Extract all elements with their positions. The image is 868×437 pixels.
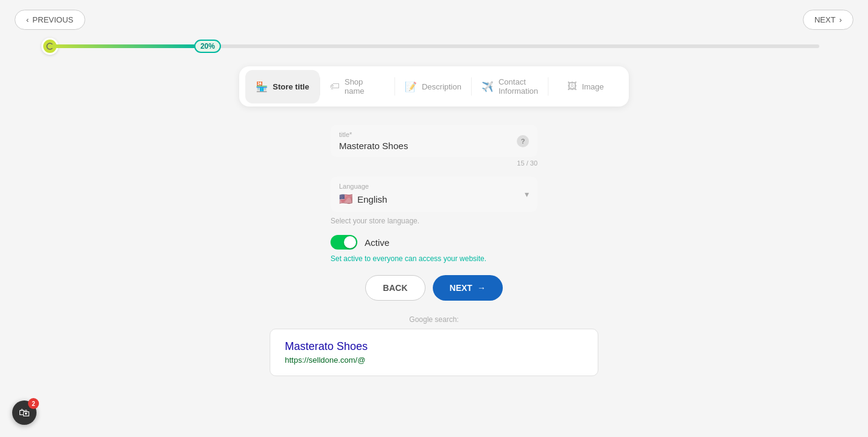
- cart-count: 2: [28, 398, 39, 409]
- prev-arrow-icon: ‹: [26, 15, 29, 24]
- contact-info-icon: ✈️: [481, 81, 494, 93]
- char-count: 15 / 30: [331, 159, 537, 167]
- google-preview-card: Masterato Shoes https://selldone.com/@: [270, 329, 598, 376]
- google-preview-title: Masterato Shoes: [285, 340, 583, 353]
- next-label-top: NEXT: [814, 15, 836, 24]
- form-section: title* ? 15 / 30 Language 🇺🇸 English ▾ S…: [0, 119, 868, 382]
- next-arrow-icon-top: ›: [839, 15, 842, 24]
- step-shop-name-label: Shop name: [345, 77, 385, 96]
- toggle-label: Active: [365, 237, 390, 248]
- language-field-group: Language 🇺🇸 English ▾ Select your store …: [331, 177, 537, 225]
- title-help-icon[interactable]: ?: [517, 135, 529, 147]
- previous-button[interactable]: ‹ PREVIOUS: [15, 10, 85, 30]
- progress-track: [49, 44, 819, 48]
- google-preview-section: Google search: Masterato Shoes https://s…: [270, 315, 598, 376]
- language-label: Language: [339, 183, 529, 190]
- title-input[interactable]: [339, 141, 529, 151]
- title-field-wrapper: title* ?: [331, 125, 537, 157]
- google-search-label: Google search:: [409, 315, 458, 324]
- language-hint: Select your store language.: [331, 217, 537, 225]
- cart-icon: 🛍: [19, 407, 30, 419]
- active-toggle[interactable]: [331, 235, 357, 250]
- image-icon: 🖼: [567, 81, 577, 92]
- store-title-icon: 🏪: [256, 81, 268, 93]
- progress-section: 20%: [0, 40, 868, 60]
- previous-label: PREVIOUS: [32, 15, 73, 24]
- step-description-label: Description: [422, 82, 461, 91]
- select-arrow-icon: ▾: [525, 189, 529, 199]
- next-button-label: NEXT: [450, 283, 472, 293]
- description-icon: 📝: [405, 81, 417, 93]
- language-value-text: English: [357, 194, 387, 205]
- step-image[interactable]: 🖼 Image: [548, 70, 623, 103]
- progress-label: 20%: [194, 40, 221, 53]
- steps-container: 🏪 Store title 🏷 Shop name 📝 Description …: [49, 66, 819, 107]
- step-contact-info-label: Contact Information: [499, 77, 538, 96]
- step-contact-info[interactable]: ✈️ Contact Information: [472, 66, 548, 107]
- language-flag: 🇺🇸: [339, 192, 352, 206]
- button-row: BACK NEXT →: [331, 275, 537, 301]
- progress-bar-container: 20%: [49, 44, 819, 48]
- shop-name-icon: 🏷: [330, 81, 340, 92]
- next-arrow-icon: →: [477, 283, 486, 293]
- step-store-title[interactable]: 🏪 Store title: [245, 70, 320, 103]
- language-value-row: 🇺🇸 English: [339, 192, 529, 206]
- top-navigation: ‹ PREVIOUS NEXT ›: [0, 0, 868, 40]
- next-button[interactable]: NEXT →: [433, 275, 503, 301]
- title-label: title*: [339, 131, 529, 138]
- step-store-title-label: Store title: [273, 82, 309, 91]
- title-field-group: title* ? 15 / 30: [331, 125, 537, 167]
- back-button[interactable]: BACK: [365, 275, 425, 301]
- step-shop-name[interactable]: 🏷 Shop name: [320, 66, 394, 107]
- google-preview-url: https://selldone.com/@: [285, 355, 583, 365]
- step-image-label: Image: [582, 82, 604, 91]
- active-hint: Set active to everyone can access your w…: [331, 254, 537, 263]
- language-select[interactable]: Language 🇺🇸 English ▾: [331, 177, 537, 212]
- form-card: title* ? 15 / 30 Language 🇺🇸 English ▾ S…: [331, 125, 537, 315]
- step-description[interactable]: 📝 Description: [395, 70, 471, 103]
- cart-badge[interactable]: 🛍 2: [12, 400, 37, 425]
- toggle-thumb: [344, 236, 356, 248]
- steps-card: 🏪 Store title 🏷 Shop name 📝 Description …: [239, 66, 629, 107]
- progress-fill: [49, 44, 203, 48]
- next-button-top[interactable]: NEXT ›: [803, 10, 853, 30]
- toggle-row: Active: [331, 235, 537, 250]
